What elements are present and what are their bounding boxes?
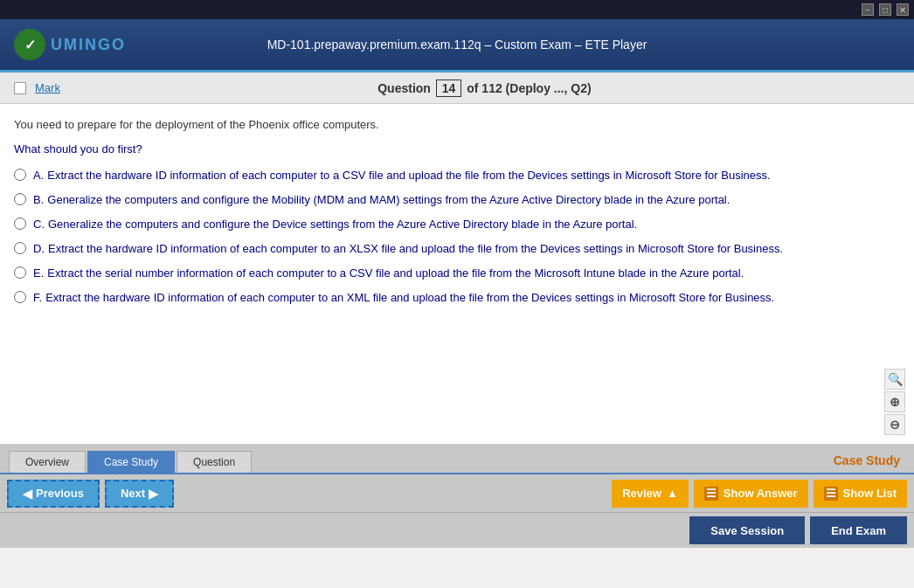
show-answer-label: Show Answer [724, 487, 798, 500]
question-number-box: 14 [436, 80, 462, 97]
show-list-icon: ☰ [824, 487, 838, 501]
previous-button[interactable]: ◀ Previous [7, 480, 100, 508]
show-answer-button[interactable]: ☰ Show Answer [694, 480, 808, 508]
question-text-2: What should you do first? [14, 142, 900, 156]
review-dropdown-icon: ▲ [667, 487, 678, 500]
option-radio-1[interactable] [14, 193, 26, 205]
tab-bar: Overview Case Study Question Case Study [0, 445, 914, 474]
option-label-2: C.Generalize the computers and configure… [33, 217, 637, 232]
list-item[interactable]: D.Extract the hardware ID information of… [14, 241, 900, 257]
zoom-controls: 🔍 ⊕ ⊖ [884, 369, 905, 435]
option-key-2: C. [33, 218, 45, 231]
maximize-button[interactable]: □ [879, 3, 891, 16]
tab-question[interactable]: Question [177, 451, 252, 473]
logo-icon: ✓ [14, 29, 45, 60]
mark-checkbox[interactable] [14, 82, 26, 94]
option-label-4: E.Extract the serial number information … [33, 266, 744, 281]
option-label-0: A.Extract the hardware ID information of… [33, 168, 771, 183]
logo-text: UMINGO [51, 36, 126, 54]
app-header: ✓ UMINGO MD-101.prepaway.premium.exam.11… [0, 19, 914, 70]
zoom-in-button[interactable]: ⊕ [884, 391, 905, 412]
end-exam-button[interactable]: End Exam [810, 516, 907, 544]
list-item[interactable]: C.Generalize the computers and configure… [14, 217, 900, 232]
question-text-1: You need to prepare for the deployment o… [14, 116, 900, 134]
show-answer-icon: ☰ [704, 487, 718, 501]
zoom-out-button[interactable]: ⊖ [884, 414, 905, 435]
option-key-1: B. [33, 193, 44, 206]
option-label-5: F.Extract the hardware ID information of… [33, 290, 774, 306]
show-list-label: Show List [843, 487, 897, 500]
logo-area: ✓ UMINGO [14, 29, 126, 60]
case-study-label: Case Study [834, 453, 900, 467]
search-icon[interactable]: 🔍 [884, 369, 905, 390]
option-radio-0[interactable] [14, 169, 26, 181]
option-key-3: D. [33, 242, 45, 255]
options-list: A.Extract the hardware ID information of… [14, 168, 900, 307]
review-label: Review [622, 487, 661, 500]
next-button[interactable]: Next ▶ [105, 480, 174, 508]
list-item[interactable]: F.Extract the hardware ID information of… [14, 290, 900, 306]
title-bar: − □ ✕ [0, 0, 914, 19]
app-title: MD-101.prepaway.premium.exam.112q – Cust… [267, 38, 647, 52]
option-radio-2[interactable] [14, 218, 26, 230]
list-item[interactable]: E.Extract the serial number information … [14, 266, 900, 281]
close-button[interactable]: ✕ [897, 3, 909, 16]
option-label-1: B.Generalize the computers and configure… [33, 192, 730, 208]
next-label: Next [121, 487, 145, 500]
option-label-3: D.Extract the hardware ID information of… [33, 241, 783, 257]
option-key-4: E. [33, 266, 44, 280]
question-label: Question [377, 81, 431, 95]
list-item[interactable]: A.Extract the hardware ID information of… [14, 168, 900, 183]
option-radio-5[interactable] [14, 291, 26, 303]
next-arrow-icon: ▶ [149, 487, 158, 501]
list-item[interactable]: B.Generalize the computers and configure… [14, 192, 900, 208]
main-content: You need to prepare for the deployment o… [0, 104, 914, 445]
tab-case-study[interactable]: Case Study [87, 451, 175, 473]
question-number-area: Question 14 of 112 (Deploy ..., Q2) [69, 80, 900, 97]
save-session-button[interactable]: Save Session [689, 516, 805, 544]
option-radio-4[interactable] [14, 266, 26, 279]
tab-overview[interactable]: Overview [9, 451, 86, 473]
minimize-button[interactable]: − [862, 3, 874, 16]
option-key-5: F. [33, 291, 42, 304]
option-radio-3[interactable] [14, 242, 26, 254]
option-key-0: A. [33, 169, 44, 182]
previous-label: Previous [36, 487, 84, 500]
show-list-button[interactable]: ☰ Show List [814, 480, 907, 508]
review-button[interactable]: Review ▲ [612, 480, 689, 508]
question-header: Mark Question 14 of 112 (Deploy ..., Q2) [0, 73, 914, 104]
mark-label[interactable]: Mark [35, 81, 60, 94]
bottom-toolbar: ◀ Previous Next ▶ Review ▲ ☰ Show Answer… [0, 474, 914, 513]
question-of-text: of 112 (Deploy ..., Q2) [467, 81, 591, 95]
previous-arrow-icon: ◀ [23, 487, 32, 501]
bottom-actions: Save Session End Exam [0, 513, 914, 548]
